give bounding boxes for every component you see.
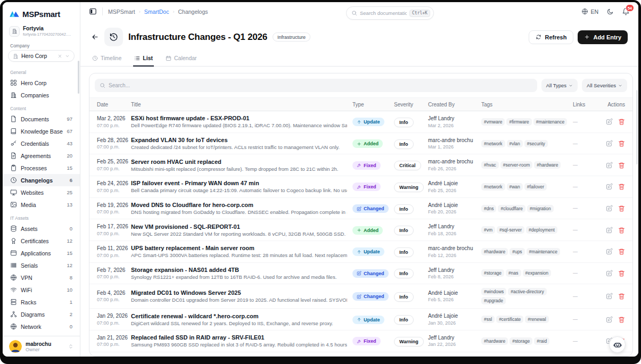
sidebar-item-agreements[interactable]: Agreements20 bbox=[3, 150, 80, 162]
type-badge: Added bbox=[352, 226, 383, 235]
column-header-severity: Severity bbox=[394, 102, 428, 107]
delete-button[interactable] bbox=[618, 118, 625, 125]
sidebar-item-changelogs[interactable]: Changelogs6 bbox=[3, 174, 80, 186]
table-row[interactable]: Jan 14, 202607:00 p.m.Added 2x 16GB RAM … bbox=[89, 352, 632, 357]
sidebar-item-wifi[interactable]: WiFi10 bbox=[3, 284, 80, 296]
logo[interactable]: MSPsmart bbox=[3, 2, 80, 23]
table-search[interactable] bbox=[95, 79, 537, 92]
table-row[interactable]: Feb 11, 202607:00 p.m.UPS battery replac… bbox=[89, 241, 632, 263]
edit-button[interactable] bbox=[606, 227, 613, 234]
sidebar-item-websites[interactable]: Websites25 bbox=[3, 186, 80, 198]
table-row[interactable]: Feb 28, 202607:00 p.m.Expanded VLAN 30 f… bbox=[89, 133, 632, 155]
table-row[interactable]: Feb 4, 202607:00 p.m.Migrated DC01 to Wi… bbox=[89, 284, 632, 309]
delete-button[interactable] bbox=[618, 293, 625, 300]
back-button[interactable] bbox=[91, 33, 99, 41]
sidebar-item-vpn[interactable]: VPN8 bbox=[3, 271, 80, 284]
sidebar-toggle-icon[interactable] bbox=[89, 7, 97, 15]
breadcrumb-mspsmart[interactable]: MSPSmart bbox=[108, 9, 135, 15]
sidebar-item-credentials[interactable]: Credentials43 bbox=[3, 137, 80, 150]
created-by-date: Feb 5, 2026 bbox=[428, 296, 481, 303]
clear-icon[interactable] bbox=[57, 54, 62, 59]
type-badge: Update bbox=[352, 316, 384, 324]
sidebar-item-count: 67 bbox=[67, 128, 72, 134]
notifications-button[interactable]: 54 bbox=[622, 7, 630, 15]
delete-button[interactable] bbox=[618, 316, 625, 323]
delete-button[interactable] bbox=[618, 205, 625, 212]
trash-icon bbox=[618, 316, 625, 323]
sidebar-item-documents[interactable]: Documents97 bbox=[3, 113, 80, 125]
tab-timeline[interactable]: Timeline bbox=[91, 52, 122, 67]
workspace-switcher[interactable]: Fortyvia fortyvia-1770420270042.mspsm... bbox=[3, 23, 80, 41]
table-row[interactable]: Feb 7, 202607:00 p.m.Storage expansion -… bbox=[89, 263, 632, 285]
severity-filter-dropdown[interactable]: All Severities bbox=[582, 79, 627, 92]
sidebar-item-diagrams[interactable]: Diagrams2 bbox=[3, 308, 80, 320]
table-row[interactable]: Jan 29, 202607:00 p.m.Certificate renewa… bbox=[89, 309, 632, 330]
refresh-button[interactable]: Refresh bbox=[529, 30, 573, 44]
tag: #deployment bbox=[526, 226, 557, 234]
chatbot-button[interactable] bbox=[609, 336, 626, 353]
table-row[interactable]: Feb 24, 202607:00 p.m.ISP failover event… bbox=[89, 176, 632, 198]
tab-calendar[interactable]: Calendar bbox=[165, 52, 198, 67]
table-row[interactable]: Feb 17, 202607:00 p.m.New VM provisioned… bbox=[89, 219, 632, 241]
edit-button[interactable] bbox=[606, 183, 613, 190]
sidebar-item-knowledge-base[interactable]: Knowledge Base67 bbox=[3, 125, 80, 137]
delete-button[interactable] bbox=[618, 248, 625, 255]
chevron-down-icon bbox=[618, 84, 622, 88]
delete-button[interactable] bbox=[618, 270, 625, 277]
table-row[interactable]: Mar 2, 202607:00 p.m.ESXi host firmware … bbox=[89, 111, 632, 133]
section-title: Content bbox=[3, 101, 80, 113]
breadcrumb-changelogs[interactable]: Changelogs bbox=[178, 9, 208, 15]
company-select[interactable]: Hero Corp bbox=[8, 50, 75, 62]
user-menu[interactable]: mabrochu Owner bbox=[3, 336, 80, 357]
edit-button[interactable] bbox=[606, 316, 613, 323]
sidebar-item-network[interactable]: Network0 bbox=[3, 320, 80, 333]
sidebar-item-media[interactable]: Media13 bbox=[3, 198, 80, 211]
chevron-down-icon[interactable] bbox=[65, 54, 70, 59]
edit-button[interactable] bbox=[606, 205, 613, 212]
sidebar-scrollbar[interactable] bbox=[78, 61, 79, 94]
edit-square-icon bbox=[606, 270, 613, 277]
tag: #ssl bbox=[481, 316, 495, 323]
sidebar-item-racks[interactable]: Racks1 bbox=[3, 296, 80, 308]
type-filter-dropdown[interactable]: All Types bbox=[541, 79, 578, 92]
edit-button[interactable] bbox=[606, 270, 613, 277]
sidebar-item-applications[interactable]: Applications15 bbox=[3, 247, 80, 259]
delete-button[interactable] bbox=[618, 140, 625, 147]
sidebar-item-hero-corp[interactable]: Hero Corp bbox=[3, 77, 80, 89]
created-by-date: Feb 20, 2026 bbox=[428, 209, 481, 215]
tag: #windows bbox=[481, 288, 506, 295]
table-row[interactable]: Jan 21, 202607:00 p.m.Replaced failed SS… bbox=[89, 330, 632, 352]
global-search[interactable]: Ctrl+K bbox=[346, 6, 434, 20]
edit-button[interactable] bbox=[606, 118, 613, 125]
entry-date: Feb 28, 2026 bbox=[97, 137, 131, 144]
wrench-icon bbox=[357, 185, 361, 189]
table-row[interactable]: Feb 25, 202607:00 p.m.Server room HVAC u… bbox=[89, 154, 632, 176]
sidebar-item-certificates[interactable]: Certificates12 bbox=[3, 235, 80, 247]
main-scrollbar[interactable] bbox=[636, 90, 638, 164]
delete-button[interactable] bbox=[618, 227, 625, 234]
links-value: — bbox=[573, 162, 596, 168]
add-entry-button[interactable]: Add Entry bbox=[578, 30, 628, 44]
edit-button[interactable] bbox=[606, 162, 613, 169]
entry-title: ISP failover event - Primary WAN down 47… bbox=[131, 180, 347, 186]
edit-button[interactable] bbox=[606, 140, 613, 147]
edit-button[interactable] bbox=[606, 293, 613, 300]
wrench-icon bbox=[357, 339, 361, 344]
edit-button[interactable] bbox=[606, 248, 613, 255]
entry-date: Jan 21, 2026 bbox=[97, 334, 131, 342]
theme-toggle[interactable] bbox=[606, 8, 614, 15]
sidebar-item-serials[interactable]: Serials12 bbox=[3, 259, 80, 271]
sidebar-item-companies[interactable]: Companies bbox=[3, 89, 80, 101]
sidebar-item-assets[interactable]: Assets0 bbox=[3, 222, 80, 235]
logo-text: MSPsmart bbox=[22, 10, 60, 19]
tab-list[interactable]: List bbox=[133, 52, 154, 67]
global-search-input[interactable] bbox=[360, 10, 407, 16]
sidebar-item-count: 12 bbox=[67, 262, 72, 268]
delete-button[interactable] bbox=[618, 183, 625, 190]
table-row[interactable]: Feb 19, 202607:00 p.m.Moved DNS to Cloud… bbox=[89, 198, 632, 220]
sidebar-item-processes[interactable]: Processes15 bbox=[3, 162, 80, 174]
language-switcher[interactable]: EN bbox=[581, 8, 598, 15]
delete-button[interactable] bbox=[618, 162, 625, 169]
table-search-input[interactable] bbox=[109, 82, 532, 88]
breadcrumb-smartdoc[interactable]: SmartDoc bbox=[144, 9, 169, 15]
